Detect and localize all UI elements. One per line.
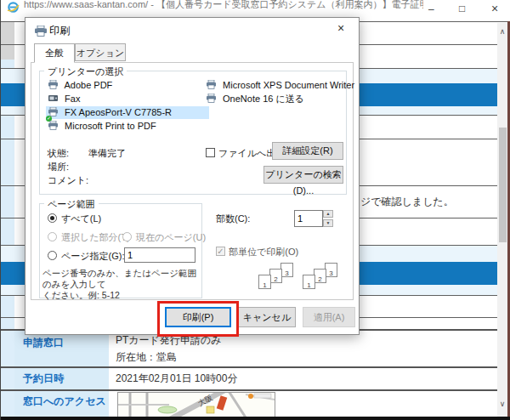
dialog-close-icon[interactable]: × bbox=[333, 21, 348, 35]
range-all-label: すべて(L) bbox=[61, 213, 101, 225]
preferences-button[interactable]: 詳細設定(R) bbox=[272, 142, 343, 160]
collate-pages-icon: 3 2 1 bbox=[303, 263, 342, 297]
printer-name: OneNote 16 に送る bbox=[223, 94, 304, 104]
range-all-radio[interactable] bbox=[48, 213, 57, 223]
range-pages-label: ページ指定(G): bbox=[61, 250, 124, 263]
tab-options-label: オプション bbox=[76, 48, 124, 58]
red-highlight-annotation bbox=[157, 301, 239, 337]
printer-item[interactable]: Microsoft XPS Document Writer bbox=[206, 79, 354, 92]
printer-name: Adobe PDF bbox=[64, 80, 112, 90]
cancel-button-label: キャンセル bbox=[243, 312, 291, 322]
comment-label: コメント: bbox=[48, 174, 88, 187]
scroll-down-icon[interactable]: ∨ bbox=[497, 400, 507, 408]
collate-check-icon: ✓ bbox=[217, 247, 224, 256]
row3-label: 窓口へのアクセス bbox=[23, 395, 106, 407]
printer-item[interactable]: OneNote 16 に送る bbox=[206, 93, 304, 105]
printer-select-legend: プリンターの選択 bbox=[44, 65, 127, 78]
page-range-legend: ページ範囲 bbox=[44, 198, 99, 211]
printer-device-icon bbox=[48, 121, 59, 133]
row2-value: 2021年02月01日 10時00分 bbox=[116, 372, 237, 386]
dialog-title: 印刷 bbox=[49, 24, 70, 38]
range-current-radio bbox=[122, 232, 132, 241]
table-row-label: 予約日時 bbox=[14, 368, 109, 389]
tab-options[interactable]: オプション bbox=[75, 43, 126, 61]
print-to-file-checkbox[interactable] bbox=[206, 148, 215, 157]
collate-checkbox: ✓ bbox=[216, 247, 225, 256]
fax-device-icon bbox=[48, 94, 59, 106]
find-printer-button[interactable]: プリンターの検索(D)... bbox=[264, 166, 343, 184]
row2-label: 予約日時 bbox=[23, 372, 64, 384]
apply-button-label: 適用(A) bbox=[314, 312, 345, 322]
scroll-up-icon[interactable]: ∧ bbox=[497, 27, 507, 36]
window-title: https://www.saas-kantan.com/ - 【個人番号カード受… bbox=[24, 0, 423, 11]
printer-device-icon bbox=[206, 80, 217, 93]
apply-button: 適用(A) bbox=[303, 307, 355, 327]
cancel-button[interactable]: キャンセル bbox=[238, 307, 296, 327]
row1-label: 申請窓口 bbox=[23, 337, 64, 349]
collate-pages-icon: 3 2 1 bbox=[258, 263, 298, 297]
range-selection-radio bbox=[48, 232, 57, 241]
printer-name: Microsoft XPS Document Writer bbox=[223, 80, 354, 90]
copies-spin-up-icon[interactable]: ▲ bbox=[323, 210, 333, 218]
collate-page-3: 3 bbox=[280, 263, 293, 277]
copies-input[interactable] bbox=[294, 210, 323, 227]
browser-window: https://www.saas-kantan.com/ - 【個人番号カード受… bbox=[0, 0, 510, 420]
preferences-button-label: 詳細設定(R) bbox=[282, 145, 332, 156]
table-row-label: 申請窓口 bbox=[14, 331, 109, 366]
range-pages-radio[interactable] bbox=[48, 251, 57, 260]
status-label: 状態: bbox=[48, 147, 69, 160]
printer-device-icon bbox=[48, 80, 59, 93]
collate-page-1: 1 bbox=[303, 275, 315, 289]
range-selection-label: 選択した部分(T) bbox=[61, 231, 130, 244]
page-range-help-line1: ページ番号のみか、またはページ範囲のみを入力して bbox=[42, 268, 201, 290]
page-range-help: ページ番号のみか、またはページ範囲のみを入力して ください。例: 5-12 bbox=[42, 268, 201, 301]
collate-page-3: 3 bbox=[325, 263, 337, 277]
maximize-icon[interactable]: □ bbox=[459, 3, 465, 14]
print-dialog: 印刷 × 全般 オプション プリンターの選択 Adobe PDF Fax ✓ F… bbox=[25, 17, 360, 335]
printer-icon bbox=[34, 26, 48, 38]
tab-general[interactable]: 全般 bbox=[34, 43, 75, 63]
copies-spin-down-icon[interactable]: ▼ bbox=[323, 219, 333, 227]
printer-item[interactable]: Microsoft Print to PDF bbox=[48, 120, 156, 133]
tab-general-label: 全般 bbox=[45, 48, 64, 58]
printer-name: Fax bbox=[65, 94, 80, 104]
table-row-label: 窓口へのアクセス bbox=[14, 391, 109, 417]
window-close-icon[interactable]: × bbox=[491, 3, 498, 14]
collate-page-1: 1 bbox=[258, 275, 271, 289]
row1-value2: 所在地：堂島 bbox=[116, 350, 177, 365]
collate-page-2: 2 bbox=[269, 269, 282, 283]
printer-device-icon: ✓ bbox=[48, 107, 59, 120]
printer-device-icon bbox=[206, 94, 217, 106]
minimize-icon[interactable]: – bbox=[428, 3, 434, 15]
collate-page-2: 2 bbox=[314, 269, 326, 283]
printer-name: FX ApeosPort-V C7785-R bbox=[65, 107, 172, 117]
page-text-fragment: ジで確認しました。 bbox=[360, 195, 454, 209]
location-label: 場所: bbox=[48, 161, 69, 173]
printer-item[interactable]: Fax bbox=[48, 93, 80, 105]
status-value: 準備完了 bbox=[88, 147, 126, 160]
page-range-help-line2: ください。例: 5-12 bbox=[42, 290, 201, 301]
page-bottom-border bbox=[1, 417, 510, 420]
page-range-input[interactable] bbox=[124, 247, 196, 263]
range-current-label: 現在のページ(U) bbox=[136, 231, 206, 244]
printer-name: Microsoft Print to PDF bbox=[65, 121, 156, 131]
printer-item-selected[interactable]: ✓ FX ApeosPort-V C7785-R bbox=[46, 106, 209, 119]
access-map-image: 大阪 bbox=[117, 392, 275, 418]
ie-icon bbox=[7, 1, 20, 17]
collate-label: 部単位で印刷(O) bbox=[229, 246, 298, 258]
copies-label: 部数(C): bbox=[216, 213, 250, 225]
scrollbar-thumb[interactable] bbox=[499, 128, 507, 242]
printer-item[interactable]: Adobe PDF bbox=[48, 79, 112, 92]
